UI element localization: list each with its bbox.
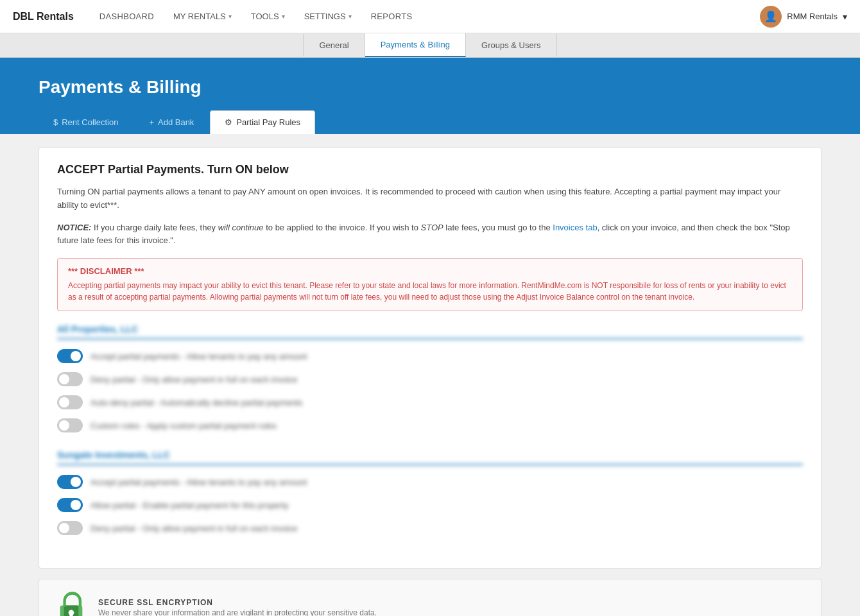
toggle-0-2[interactable] xyxy=(57,395,83,409)
toggle-1-2[interactable] xyxy=(57,521,83,535)
tab-rent-collection[interactable]: $ Rent Collection xyxy=(39,110,133,134)
secure-desc: We never share your information and are … xyxy=(98,608,377,616)
sub-nav-groups-users[interactable]: Groups & Users xyxy=(466,34,556,56)
sub-nav-general[interactable]: General xyxy=(303,34,365,56)
disclaimer-text: Accepting partial payments may impact yo… xyxy=(68,280,792,303)
disclaimer-title: *** DISCLAIMER *** xyxy=(68,266,792,276)
toggle-row-0-2: Auto-deny partial - Automatically declin… xyxy=(57,391,803,414)
plus-icon: + xyxy=(149,117,154,127)
partial-pay-card: ACCEPT Partial Payments. Turn ON below T… xyxy=(39,147,821,569)
nav-dashboard[interactable]: DASHBOARD xyxy=(99,12,154,21)
disclaimer-box: *** DISCLAIMER *** Accepting partial pay… xyxy=(57,258,803,311)
main-content: ACCEPT Partial Payments. Turn ON below T… xyxy=(0,134,860,616)
property-sections: All Properties, LLCAccept partial paymen… xyxy=(57,324,803,540)
chevron-down-icon: ▾ xyxy=(282,13,285,20)
toggle-row-0-0: Accept partial payments - Allow tenants … xyxy=(57,345,803,368)
toggle-label-1-1: Allow partial - Enable partial payment f… xyxy=(90,501,289,510)
nav-my-rentals[interactable]: MY RENTALS ▾ xyxy=(173,12,232,21)
nav-links: DASHBOARD MY RENTALS ▾ TOOLS ▾ SETTINGS … xyxy=(99,12,760,21)
user-name: RMM Rentals xyxy=(787,12,838,21)
notice-label: NOTICE: xyxy=(57,223,91,232)
toggle-label-0-0: Accept partial payments - Allow tenants … xyxy=(90,352,307,361)
property-section-1: Sungate Investments, LLCAccept partial p… xyxy=(57,450,803,540)
toggle-0-3[interactable] xyxy=(57,418,83,432)
dollar-icon: $ xyxy=(53,117,58,127)
property-section-0: All Properties, LLCAccept partial paymen… xyxy=(57,324,803,437)
toggle-row-0-1: Deny partial - Only allow payment in ful… xyxy=(57,368,803,391)
nav-tools[interactable]: TOOLS ▾ xyxy=(251,12,285,21)
user-menu[interactable]: 👤 RMM Rentals ▾ xyxy=(760,6,847,28)
chevron-down-icon: ▾ xyxy=(843,12,847,22)
sub-nav-payments-billing[interactable]: Payments & Billing xyxy=(365,33,466,57)
toggle-1-1[interactable] xyxy=(57,498,83,512)
chevron-down-icon: ▾ xyxy=(348,13,352,20)
tab-bar: $ Rent Collection + Add Bank ⚙ Partial P… xyxy=(39,110,821,134)
toggle-label-0-1: Deny partial - Only allow payment in ful… xyxy=(90,375,297,384)
accept-title: ACCEPT Partial Payments. Turn ON below xyxy=(57,163,803,176)
svg-rect-3 xyxy=(69,613,73,616)
secure-lock-icon xyxy=(55,591,88,616)
tab-add-bank[interactable]: + Add Bank xyxy=(134,110,209,134)
toggle-row-1-1: Allow partial - Enable partial payment f… xyxy=(57,493,803,517)
chevron-down-icon: ▾ xyxy=(228,13,232,20)
notice-text: NOTICE: If you charge daily late fees, t… xyxy=(57,221,803,248)
page-header: Payments & Billing $ Rent Collection + A… xyxy=(0,58,860,134)
nav-reports[interactable]: REPORTS xyxy=(371,12,413,21)
tab-partial-pay-rules[interactable]: ⚙ Partial Pay Rules xyxy=(210,110,315,134)
avatar: 👤 xyxy=(760,6,782,28)
toggle-0-1[interactable] xyxy=(57,372,83,386)
toggle-label-1-2: Deny partial - Only allow payment in ful… xyxy=(90,524,297,533)
accept-desc: Turning ON partial payments allows a ten… xyxy=(57,185,803,212)
secure-label: SECURE SSL ENCRYPTION xyxy=(98,598,377,607)
toggle-1-0[interactable] xyxy=(57,475,83,489)
toggle-row-1-2: Deny partial - Only allow payment in ful… xyxy=(57,517,803,540)
toggle-label-1-0: Accept partial payments - Allow tenants … xyxy=(90,477,307,487)
sub-nav: General Payments & Billing Groups & User… xyxy=(0,33,860,58)
property-label-1: Sungate Investments, LLC xyxy=(57,450,803,465)
page-title: Payments & Billing xyxy=(39,77,821,98)
gear-icon: ⚙ xyxy=(225,117,232,127)
secure-card: SECURE SSL ENCRYPTION We never share you… xyxy=(39,579,821,616)
toggle-row-1-0: Accept partial payments - Allow tenants … xyxy=(57,470,803,493)
nav-settings[interactable]: SETTINGS ▾ xyxy=(304,12,352,21)
invoices-tab-link[interactable]: Invoices tab xyxy=(553,223,597,232)
secure-text-area: SECURE SSL ENCRYPTION We never share you… xyxy=(98,598,377,616)
toggle-0-0[interactable] xyxy=(57,349,83,363)
toggle-label-0-2: Auto-deny partial - Automatically declin… xyxy=(90,398,302,407)
property-label-0: All Properties, LLC xyxy=(57,324,803,339)
toggle-label-0-3: Custom rules - Apply custom partial paym… xyxy=(90,421,277,431)
brand-logo: DBL Rentals xyxy=(13,11,74,22)
toggle-row-0-3: Custom rules - Apply custom partial paym… xyxy=(57,414,803,437)
top-nav: DBL Rentals DASHBOARD MY RENTALS ▾ TOOLS… xyxy=(0,0,860,33)
